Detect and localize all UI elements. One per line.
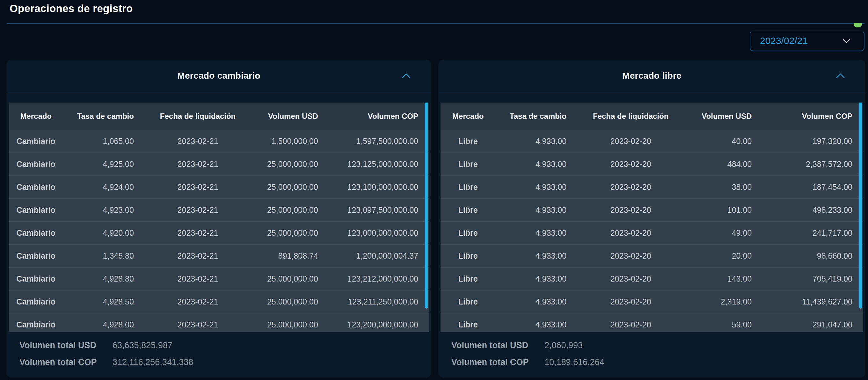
table-cell: Libre — [440, 199, 495, 221]
table-row: Cambiario4,928.802023-02-2125,000,000.00… — [9, 267, 429, 290]
column-header: Mercado — [440, 103, 495, 130]
table-cell: 484.00 — [690, 152, 770, 175]
table-cell: Libre — [440, 290, 495, 313]
table-cell: 1,200,000,004.37 — [337, 244, 429, 267]
table-cell: 4,933.00 — [495, 199, 571, 221]
column-header: Tasa de cambio — [63, 103, 139, 130]
table-cell: 123,000,000,000.00 — [337, 221, 429, 244]
table-row: Libre4,933.002023-02-202,319.0011,439,62… — [440, 290, 863, 313]
table-cell: 123,211,250,000.00 — [337, 290, 429, 313]
chevron-up-icon[interactable] — [836, 73, 845, 82]
total-usd-row: Volumen total USD 2,060,993 — [452, 337, 865, 354]
table-cell: Cambiario — [9, 221, 63, 244]
table-cell: 25,000,000.00 — [257, 267, 337, 290]
total-usd-value: 2,060,993 — [545, 341, 583, 350]
scrollbar-thumb[interactable] — [859, 103, 862, 309]
table-cell: 4,933.00 — [495, 313, 571, 332]
table-row: Cambiario1,065.002023-02-211,500,000.001… — [9, 130, 429, 152]
table-row: Cambiario4,924.002023-02-2125,000,000.00… — [9, 175, 429, 199]
table-cell: 123,097,500,000.00 — [337, 199, 429, 221]
header-row: MercadoTasa de cambioFecha de liquidació… — [9, 103, 429, 130]
header-row: MercadoTasa de cambioFecha de liquidació… — [440, 103, 863, 130]
table-cell: Libre — [440, 130, 495, 152]
table-cell: 498,233.00 — [770, 199, 863, 221]
table-row: Libre4,933.002023-02-20101.00498,233.00 — [440, 199, 863, 221]
table-row: Libre4,933.002023-02-2040.00197,320.00 — [440, 130, 863, 152]
date-select[interactable]: 2023/02/21 — [750, 30, 865, 51]
chevron-up-icon[interactable] — [402, 73, 410, 82]
table-cell: 2023-02-20 — [571, 199, 690, 221]
column-header: Fecha de liquidación — [139, 103, 257, 130]
table-cell: Libre — [440, 313, 495, 332]
table-cell: 4,923.00 — [63, 199, 139, 221]
table-cell: Cambiario — [9, 175, 63, 199]
table-cell: 187,454.00 — [770, 175, 863, 199]
table-cell: 25,000,000.00 — [257, 152, 337, 175]
table-cell: Cambiario — [9, 290, 63, 313]
total-cop-value: 10,189,616,264 — [545, 357, 604, 367]
table-row: Cambiario4,925.002023-02-2125,000,000.00… — [9, 152, 429, 175]
table-row: Cambiario4,920.002023-02-2125,000,000.00… — [9, 221, 429, 244]
total-cop-row: Volumen total COP 10,189,616,264 — [452, 354, 865, 371]
operations-table: MercadoTasa de cambioFecha de liquidació… — [9, 103, 429, 332]
table-cell: 123,200,000,000.00 — [337, 313, 429, 332]
table-cell: Libre — [440, 175, 495, 199]
green-scroll-indicator-icon — [854, 23, 862, 27]
table-cell: 2023-02-21 — [139, 221, 257, 244]
table-cell: 59.00 — [690, 313, 770, 332]
total-cop-label: Volumen total COP — [20, 357, 113, 367]
table-cell: 101.00 — [690, 199, 770, 221]
table-row: Libre4,933.002023-02-2038.00187,454.00 — [440, 175, 863, 199]
table-cell: Cambiario — [9, 267, 63, 290]
table-cell: 4,928.80 — [63, 267, 139, 290]
table-cell: 25,000,000.00 — [257, 221, 337, 244]
table-cell: Cambiario — [9, 130, 63, 152]
table-cell: 2023-02-20 — [571, 175, 690, 199]
date-select-value: 2023/02/21 — [760, 35, 808, 46]
table-cell: 4,933.00 — [495, 244, 571, 267]
table-cell: 1,345.80 — [63, 244, 139, 267]
table-cell: 49.00 — [690, 221, 770, 244]
table-cell: 40.00 — [690, 130, 770, 152]
total-cop-row: Volumen total COP 312,116,256,341,338 — [20, 354, 431, 371]
table-cell: 2023-02-20 — [571, 152, 690, 175]
panel-header[interactable]: Mercado cambiario — [7, 60, 431, 92]
table-cell: 2023-02-20 — [571, 267, 690, 290]
totals-section: Volumen total USD 2,060,993 Volumen tota… — [439, 332, 865, 371]
table-cell: 4,933.00 — [495, 152, 571, 175]
table-cell: 197,320.00 — [770, 130, 863, 152]
column-header: Volumen COP — [770, 103, 863, 130]
panel-mercado-cambiario: Mercado cambiario MercadoTasa de cambioF… — [7, 60, 431, 377]
table-row: Cambiario1,345.802023-02-21891,808.741,2… — [9, 244, 429, 267]
table-cell: 2023-02-20 — [571, 130, 690, 152]
table-cell: 25,000,000.00 — [257, 175, 337, 199]
table-cell: 123,212,000,000.00 — [337, 267, 429, 290]
scrollbar-thumb[interactable] — [425, 103, 428, 309]
table-cell: Libre — [440, 152, 495, 175]
table-cell: 4,933.00 — [495, 290, 571, 313]
table-cell: 1,597,500,000.00 — [337, 130, 429, 152]
table-cell: 705,419.00 — [770, 267, 863, 290]
operations-table-container: MercadoTasa de cambioFecha de liquidació… — [9, 103, 429, 332]
table-cell: 2023-02-21 — [139, 152, 257, 175]
table-cell: 2,319.00 — [690, 290, 770, 313]
table-cell: 98,660.00 — [770, 244, 863, 267]
table-cell: Libre — [440, 267, 495, 290]
table-row: Libre4,933.002023-02-2059.00291,047.00 — [440, 313, 863, 332]
table-cell: 2023-02-21 — [139, 267, 257, 290]
table-cell: 4,933.00 — [495, 130, 571, 152]
table-cell: Libre — [440, 221, 495, 244]
table-cell: 4,924.00 — [63, 175, 139, 199]
table-cell: 4,933.00 — [495, 175, 571, 199]
column-header: Tasa de cambio — [495, 103, 571, 130]
panel-header[interactable]: Mercado libre — [439, 60, 865, 92]
table-row: Cambiario4,928.002023-02-2125,000,000.00… — [9, 313, 429, 332]
table-row: Cambiario4,923.002023-02-2125,000,000.00… — [9, 199, 429, 221]
table-cell: 123,125,000,000.00 — [337, 152, 429, 175]
total-usd-row: Volumen total USD 63,635,825,987 — [20, 337, 431, 354]
table-row: Libre4,933.002023-02-20143.00705,419.00 — [440, 267, 863, 290]
table-cell: 2023-02-21 — [139, 199, 257, 221]
table-row: Cambiario4,928.502023-02-2125,000,000.00… — [9, 290, 429, 313]
table-cell: 20.00 — [690, 244, 770, 267]
panel-mercado-libre: Mercado libre MercadoTasa de cambioFecha… — [439, 60, 865, 377]
